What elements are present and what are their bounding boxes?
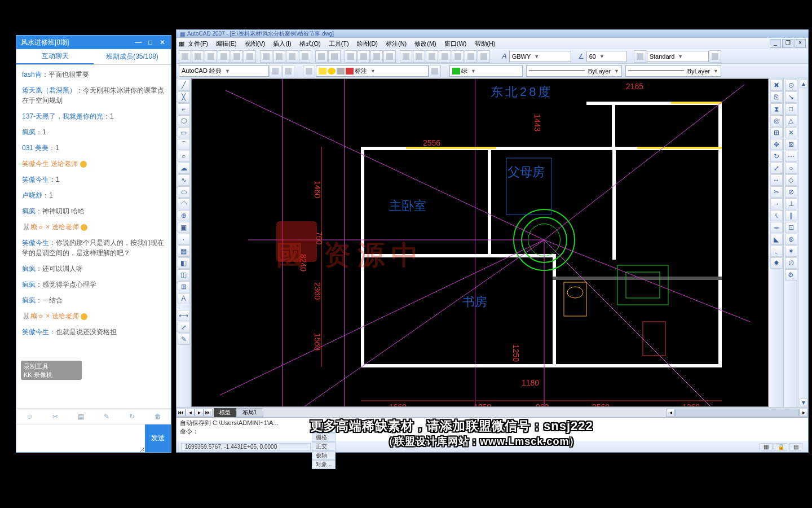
status-tray-icon[interactable]: ▦ [760, 443, 773, 450]
ellipsearc-icon[interactable]: ◠ [178, 198, 190, 209]
revcloud-icon[interactable]: ☁ [178, 163, 190, 174]
osnap-par-icon[interactable]: ∥ [785, 210, 797, 221]
image-icon[interactable]: ▤ [78, 413, 84, 421]
array-icon[interactable]: ⊞ [770, 127, 783, 138]
osnap-appint-icon[interactable]: ⊠ [785, 139, 797, 150]
osnap-mid-icon[interactable]: △ [785, 115, 797, 126]
hatch-icon[interactable]: ▦ [178, 246, 190, 257]
designcenter-icon[interactable] [413, 50, 425, 63]
matchprop-icon[interactable] [299, 50, 311, 63]
angle-select[interactable]: 60▼ [586, 51, 627, 62]
acad-titlebar[interactable]: ▦ AutoCAD 2007 - [E:\资料素材\风水分析案例\植被节事.dw… [176, 30, 808, 38]
menu-item[interactable]: 修改(M) [414, 40, 436, 47]
tab-members[interactable]: 班期成员(35/108) [94, 49, 171, 64]
rectangle-icon[interactable]: ▭ [178, 127, 190, 138]
copy2-icon[interactable]: ⎘ [770, 91, 783, 103]
status-plot-icon[interactable]: ▤ [789, 443, 802, 450]
osnap-int-icon[interactable]: ✕ [785, 127, 797, 138]
emoji-icon[interactable]: ☺ [26, 413, 33, 421]
osnap-perp-icon[interactable]: ⊥ [785, 198, 797, 209]
osnap-none-icon[interactable]: ∅ [785, 257, 797, 269]
drawing-canvas[interactable]: 东北28度 主卧室 [191, 78, 769, 407]
scissors-icon[interactable]: ✂ [52, 413, 58, 421]
polygon-icon[interactable]: ⬡ [178, 115, 190, 126]
vertical-scrollbar[interactable]: ▴ ▾ [798, 78, 808, 407]
osnap-cen-icon[interactable]: ○ [785, 163, 797, 174]
hscroll-right-icon[interactable]: ▸ [799, 409, 808, 417]
blockedit-icon[interactable]: ✎ [178, 334, 190, 345]
mirror-icon[interactable]: ⧗ [770, 103, 783, 115]
publish-icon[interactable] [244, 50, 256, 63]
dim-aligned-icon[interactable]: ⤢ [178, 322, 190, 333]
color-select[interactable]: 绿▼ [449, 65, 523, 77]
textstyle-select[interactable]: GBWY▼ [509, 51, 571, 62]
model-tab[interactable]: 模型 [214, 408, 236, 417]
lineweight-select[interactable]: ByLayer▼ [625, 65, 721, 77]
markup-icon[interactable] [452, 50, 464, 63]
tab-next-icon[interactable]: ▸ [195, 409, 204, 417]
doc-restore-icon[interactable]: ❐ [782, 39, 793, 48]
stretch-icon[interactable]: ↔ [770, 174, 783, 186]
menu-item[interactable]: 格式(O) [299, 40, 321, 47]
tab-first-icon[interactable]: ⏮ [176, 409, 186, 417]
osnap-end-icon[interactable]: □ [785, 103, 797, 115]
osnap-ins-icon[interactable]: ⊡ [785, 222, 797, 233]
menu-item[interactable]: 帮助(H) [475, 40, 496, 47]
table-icon[interactable]: ⊞ [178, 281, 190, 292]
spline-icon[interactable]: ∿ [178, 174, 190, 186]
explode-icon[interactable]: ✸ [770, 257, 783, 269]
offset-icon[interactable]: ◎ [770, 115, 783, 126]
xline-icon[interactable]: ╳ [178, 91, 190, 103]
chat-message-list[interactable]: fash肯：平面也很重要策天凰（君深黑）：今天刚和朱冰讲你的课重点在于空间规划1… [16, 65, 171, 408]
chat-close-icon[interactable]: ✕ [158, 38, 166, 46]
dim-linear-icon[interactable]: ⟷ [178, 310, 190, 321]
zoom-win-icon[interactable] [370, 50, 383, 63]
history-icon[interactable]: ↻ [129, 413, 135, 421]
layer-select[interactable]: 标注▼ [316, 65, 429, 77]
mtext-icon[interactable]: A [178, 293, 190, 304]
preview-icon[interactable] [231, 50, 243, 63]
chamfer-icon[interactable]: ◣ [770, 234, 783, 245]
workspace-settings-icon[interactable] [269, 65, 281, 77]
print-icon[interactable] [218, 50, 230, 63]
erase-icon[interactable]: ✖ [770, 80, 783, 91]
workspace-save-icon[interactable] [282, 65, 294, 77]
insert-icon[interactable]: ⊕ [178, 210, 190, 221]
block-icon[interactable]: ▣ [178, 222, 190, 233]
osnap-from-icon[interactable]: ↘ [785, 91, 797, 103]
osnap-near-icon[interactable]: ✶ [785, 246, 797, 257]
open-icon[interactable] [192, 50, 204, 63]
menu-item[interactable]: 标注(N) [386, 40, 407, 47]
scroll-down-icon[interactable]: ▾ [800, 398, 807, 406]
send-button[interactable]: 发送 [145, 424, 171, 452]
chat-text-input[interactable] [16, 424, 145, 452]
osnap-ext-icon[interactable]: ⋯ [785, 151, 797, 162]
osnap-node-icon[interactable]: ⊗ [785, 234, 797, 245]
line-icon[interactable]: ╱ [178, 80, 190, 91]
chat-max-icon[interactable]: □ [147, 38, 155, 46]
osnap-set-icon[interactable]: ⚙ [785, 269, 797, 281]
menu-item[interactable]: 视图(V) [245, 40, 266, 47]
break-icon[interactable]: ⑊ [770, 210, 783, 221]
osnap-quad-icon[interactable]: ◇ [785, 174, 797, 186]
zoom-rt-icon[interactable] [358, 50, 370, 63]
sheetset-icon[interactable] [439, 50, 451, 63]
layer-prev-icon[interactable] [429, 65, 441, 77]
linetype-select[interactable]: ByLayer▼ [526, 65, 622, 77]
join-icon[interactable]: ⫘ [770, 222, 783, 233]
note-icon[interactable]: ✎ [104, 413, 109, 421]
layout1-tab[interactable]: 布局1 [236, 408, 263, 417]
region-icon[interactable]: ◫ [178, 269, 190, 281]
save-icon[interactable] [205, 50, 217, 63]
rotate-icon[interactable]: ↻ [770, 151, 783, 162]
dimstyle-icon[interactable] [634, 50, 646, 63]
redo-icon[interactable] [328, 50, 341, 63]
extend-icon[interactable]: → [770, 198, 783, 209]
copy-icon[interactable] [273, 50, 285, 63]
tab-chat[interactable]: 互动聊天 [16, 49, 94, 64]
scale-icon[interactable]: ⤢ [770, 163, 783, 174]
move-icon[interactable]: ✥ [770, 139, 783, 150]
layer-mgr-icon[interactable] [303, 65, 315, 77]
fillet-icon[interactable]: ◟ [770, 246, 783, 257]
status-lock-icon[interactable]: 🔒 [774, 443, 788, 450]
